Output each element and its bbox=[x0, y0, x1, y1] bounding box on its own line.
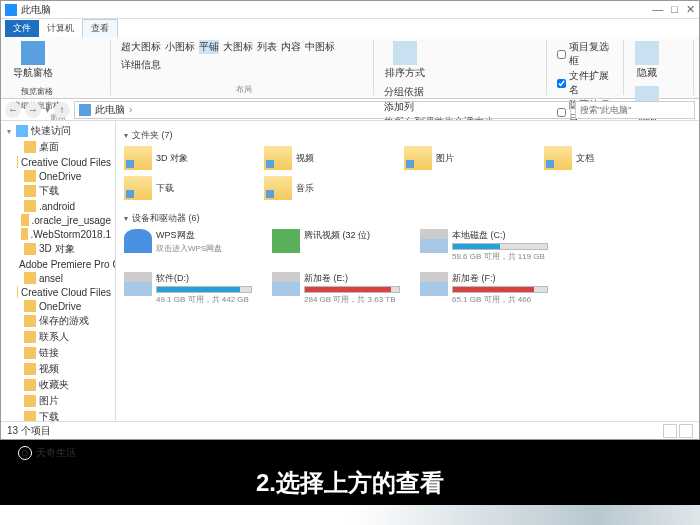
search-input[interactable] bbox=[575, 101, 695, 119]
drive-icon bbox=[124, 272, 152, 296]
sort-button[interactable]: 排序方式 bbox=[384, 40, 426, 81]
maximize-button[interactable]: □ bbox=[671, 3, 678, 16]
watermark: Q 天奇生活 bbox=[18, 446, 76, 460]
recent-dropdown[interactable]: ▾ bbox=[45, 104, 50, 115]
folder-icon bbox=[544, 146, 572, 170]
nav-pane-button[interactable]: 导航窗格 bbox=[12, 40, 54, 81]
chk-item-checkboxes[interactable]: 项目复选框 bbox=[557, 40, 616, 68]
video-caption-area: Q 天奇生活 2.选择上方的查看 bbox=[0, 440, 700, 525]
sidebar-item[interactable]: 下载 bbox=[1, 409, 115, 421]
sidebar-item[interactable]: .WebStorm2018.1 bbox=[1, 227, 115, 241]
folder-item[interactable]: 视频 bbox=[264, 146, 344, 170]
folder-icon bbox=[124, 176, 152, 200]
sidebar-item[interactable]: 视频 bbox=[1, 361, 115, 377]
drive-item[interactable]: 新加卷 (F:)65.1 GB 可用，共 466 bbox=[420, 272, 548, 305]
sidebar-item[interactable]: 链接 bbox=[1, 345, 115, 361]
tab-computer[interactable]: 计算机 bbox=[39, 20, 82, 37]
capacity-bar bbox=[156, 286, 252, 293]
view-small-icons[interactable]: 小图标 bbox=[165, 40, 195, 54]
sidebar-item[interactable]: 图片 bbox=[1, 393, 115, 409]
drive-item[interactable]: 软件(D:)49.1 GB 可用，共 442 GB bbox=[124, 272, 252, 305]
logo-icon: Q bbox=[18, 446, 32, 460]
sidebar-item[interactable]: .oracle_jre_usage bbox=[1, 213, 115, 227]
app-icon bbox=[5, 4, 17, 16]
details-view-toggle[interactable] bbox=[663, 424, 677, 438]
sidebar-item[interactable]: 保存的游戏 bbox=[1, 313, 115, 329]
folder-item[interactable]: 下载 bbox=[124, 176, 204, 200]
nav-pane-icon bbox=[21, 41, 45, 65]
sidebar-item[interactable]: OneDrive bbox=[1, 299, 115, 313]
view-content[interactable]: 内容 bbox=[281, 40, 301, 54]
folder-icon bbox=[24, 379, 36, 391]
drive-item[interactable]: 本地磁盘 (C:)58.6 GB 可用，共 119 GB bbox=[420, 229, 548, 262]
drive-item[interactable]: 腾讯视频 (32 位) bbox=[272, 229, 400, 262]
sidebar-item[interactable]: 下载 bbox=[1, 183, 115, 199]
folder-icon bbox=[264, 176, 292, 200]
status-bar: 13 个项目 bbox=[1, 421, 699, 439]
folder-icon bbox=[17, 286, 18, 298]
tab-file[interactable]: 文件 bbox=[5, 20, 39, 37]
sidebar-item[interactable]: 收藏夹 bbox=[1, 377, 115, 393]
drive-icon bbox=[272, 229, 300, 253]
drive-item[interactable]: 新加卷 (E:)284 GB 可用，共 3.63 TB bbox=[272, 272, 400, 305]
forward-button[interactable]: → bbox=[25, 102, 41, 118]
sidebar-item[interactable]: 桌面 bbox=[1, 139, 115, 155]
view-ebig-icons[interactable]: 超大图标 bbox=[121, 40, 161, 54]
folder-icon bbox=[124, 146, 152, 170]
minimize-button[interactable]: — bbox=[652, 3, 663, 16]
icons-view-toggle[interactable] bbox=[679, 424, 693, 438]
view-details[interactable]: 详细信息 bbox=[121, 58, 161, 72]
folder-icon bbox=[24, 347, 36, 359]
preview-pane-button[interactable]: 预览窗格 bbox=[12, 85, 62, 98]
ribbon-tabs: 文件 计算机 查看 bbox=[1, 19, 699, 37]
tab-view[interactable]: 查看 bbox=[82, 19, 118, 37]
folder-icon bbox=[24, 331, 36, 343]
view-tiles[interactable]: 平铺 bbox=[199, 40, 219, 54]
folder-icon bbox=[24, 411, 36, 421]
folder-icon bbox=[24, 200, 36, 212]
view-medium-icons[interactable]: 中图标 bbox=[305, 40, 335, 54]
chk-file-ext[interactable]: 文件扩展名 bbox=[557, 69, 616, 97]
explorer-window: 此电脑 — □ ✕ 文件 计算机 查看 导航窗格 预览窗格 详细信息窗格 窗格 … bbox=[0, 0, 700, 440]
sidebar-item[interactable]: 联系人 bbox=[1, 329, 115, 345]
layout-group-label: 布局 bbox=[121, 84, 367, 95]
hide-selected-button[interactable]: 隐藏 bbox=[634, 40, 660, 81]
folder-item[interactable]: 3D 对象 bbox=[124, 146, 204, 170]
folder-item[interactable]: 音乐 bbox=[264, 176, 344, 200]
folder-icon bbox=[21, 214, 29, 226]
drive-item[interactable]: WPS网盘双击进入WPS网盘 bbox=[124, 229, 252, 262]
folder-item[interactable]: 文档 bbox=[544, 146, 624, 170]
sidebar-item[interactable]: Creative Cloud Files bbox=[1, 285, 115, 299]
drive-icon bbox=[420, 229, 448, 253]
folder-icon bbox=[24, 185, 36, 197]
back-button[interactable]: ← bbox=[5, 102, 21, 118]
capacity-bar bbox=[452, 243, 548, 250]
sidebar-item[interactable]: Adobe Premiere Pro CC 2018 bbox=[1, 257, 115, 271]
folder-icon bbox=[24, 170, 36, 182]
pc-icon bbox=[79, 104, 91, 116]
folder-icon bbox=[17, 156, 18, 168]
breadcrumb[interactable]: 此电脑 › bbox=[74, 101, 571, 119]
sidebar-item[interactable]: ansel bbox=[1, 271, 115, 285]
folder-icon bbox=[24, 315, 36, 327]
folder-icon bbox=[21, 228, 28, 240]
sidebar-item[interactable]: .android bbox=[1, 199, 115, 213]
hide-icon bbox=[635, 41, 659, 65]
close-button[interactable]: ✕ bbox=[686, 3, 695, 16]
drives-header[interactable]: 设备和驱动器 (6) bbox=[124, 208, 691, 227]
sidebar: ▾快速访问 桌面Creative Cloud FilesOneDrive下载.a… bbox=[1, 121, 116, 421]
up-button[interactable]: ↑ bbox=[54, 102, 70, 118]
sidebar-item[interactable]: OneDrive bbox=[1, 169, 115, 183]
sidebar-item[interactable]: Creative Cloud Files bbox=[1, 155, 115, 169]
folders-header[interactable]: 文件夹 (7) bbox=[124, 125, 691, 144]
sidebar-item[interactable]: 3D 对象 bbox=[1, 241, 115, 257]
folder-item[interactable]: 图片 bbox=[404, 146, 484, 170]
group-by-button[interactable]: 分组依据 bbox=[384, 85, 502, 99]
view-list[interactable]: 列表 bbox=[257, 40, 277, 54]
logo-text: 天奇生活 bbox=[36, 446, 76, 460]
folder-icon bbox=[24, 395, 36, 407]
chevron-right-icon: › bbox=[129, 104, 132, 115]
view-large-icons[interactable]: 大图标 bbox=[223, 40, 253, 54]
sidebar-quick-access[interactable]: ▾快速访问 bbox=[1, 123, 115, 139]
breadcrumb-root[interactable]: 此电脑 bbox=[95, 103, 125, 117]
